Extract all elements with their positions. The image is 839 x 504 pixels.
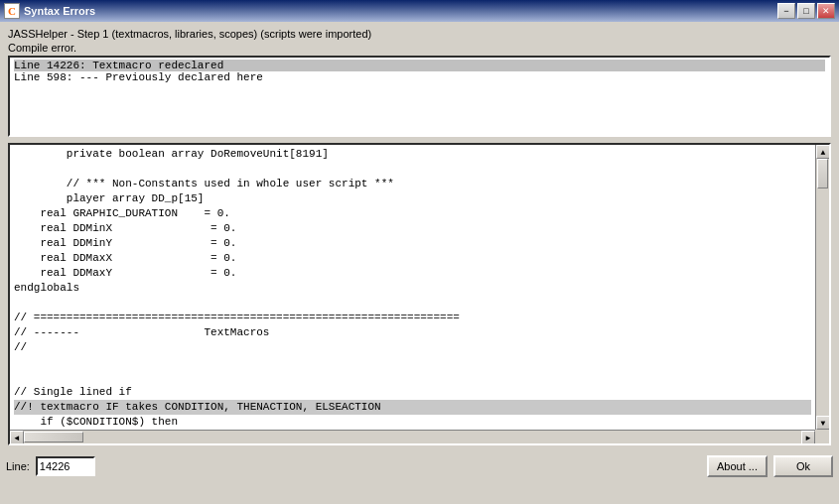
scroll-right-button[interactable]: ► bbox=[801, 431, 815, 444]
window-title: Syntax Errors bbox=[24, 5, 777, 17]
scroll-thumb-vertical[interactable] bbox=[817, 159, 828, 189]
code-line: endglobals bbox=[14, 281, 811, 296]
line-input[interactable] bbox=[36, 456, 95, 476]
code-line: // bbox=[14, 340, 811, 355]
code-line: // =====================================… bbox=[14, 311, 811, 325]
scroll-corner bbox=[815, 430, 829, 443]
scrollbar-horizontal[interactable]: ◄ ► bbox=[10, 430, 815, 443]
bottom-bar: Line: About ... Ok bbox=[0, 451, 839, 481]
code-line: //! textmacro IF takes CONDITION, THENAC… bbox=[14, 400, 811, 415]
code-line: real DDMaxX = 0. bbox=[14, 251, 811, 266]
scroll-thumb-horizontal[interactable] bbox=[24, 432, 83, 442]
scroll-down-button[interactable]: ▼ bbox=[816, 416, 830, 430]
code-line: real DDMinY = 0. bbox=[14, 236, 811, 251]
code-line: // ------- TextMacros bbox=[14, 325, 811, 340]
code-line bbox=[14, 355, 811, 370]
code-content: private boolean array DoRemoveUnit[8191]… bbox=[10, 145, 815, 430]
error-line-2: Line 598: --- Previously declared here bbox=[14, 71, 825, 83]
scroll-up-button[interactable]: ▲ bbox=[816, 145, 830, 159]
status-line-1: JASSHelper - Step 1 (textmacros, librari… bbox=[8, 28, 831, 40]
code-line: // Single lined if bbox=[14, 385, 811, 400]
code-line: real DDMinX = 0. bbox=[14, 221, 811, 236]
code-line: if ($CONDITION$) then bbox=[14, 415, 811, 430]
code-panel[interactable]: private boolean array DoRemoveUnit[8191]… bbox=[10, 145, 815, 430]
title-bar: C Syntax Errors − □ ✕ bbox=[0, 0, 839, 22]
scroll-track-horizontal[interactable] bbox=[24, 431, 801, 443]
maximize-button[interactable]: □ bbox=[797, 3, 815, 19]
status-line-2: Compile error. bbox=[8, 42, 831, 54]
error-line-1: Line 14226: Textmacro redeclared bbox=[14, 60, 825, 71]
scroll-track-vertical[interactable] bbox=[816, 159, 829, 416]
code-panel-wrapper: private boolean array DoRemoveUnit[8191]… bbox=[8, 143, 831, 445]
code-line bbox=[14, 296, 811, 311]
code-line: player array DD_p[15] bbox=[14, 191, 811, 206]
code-line: real GRAPHIC_DURATION = 0. bbox=[14, 206, 811, 221]
code-line: private boolean array DoRemoveUnit[8191] bbox=[14, 147, 811, 162]
error-panel[interactable]: Line 14226: Textmacro redeclared Line 59… bbox=[8, 56, 831, 137]
about-button[interactable]: About ... bbox=[707, 455, 768, 477]
window-icon: C bbox=[4, 3, 20, 19]
minimize-button[interactable]: − bbox=[777, 3, 795, 19]
title-bar-buttons: − □ ✕ bbox=[777, 3, 835, 19]
scrollbar-vertical[interactable]: ▲ ▼ bbox=[815, 145, 829, 430]
window-content: JASSHelper - Step 1 (textmacros, librari… bbox=[0, 22, 839, 451]
close-button[interactable]: ✕ bbox=[817, 3, 835, 19]
code-line: real DDMaxY = 0. bbox=[14, 266, 811, 281]
scroll-left-button[interactable]: ◄ bbox=[10, 431, 24, 444]
code-line bbox=[14, 162, 811, 177]
code-line: // *** Non-Constants used in whole user … bbox=[14, 177, 811, 191]
code-line bbox=[14, 370, 811, 385]
line-label: Line: bbox=[6, 460, 30, 472]
ok-button[interactable]: Ok bbox=[773, 455, 833, 477]
